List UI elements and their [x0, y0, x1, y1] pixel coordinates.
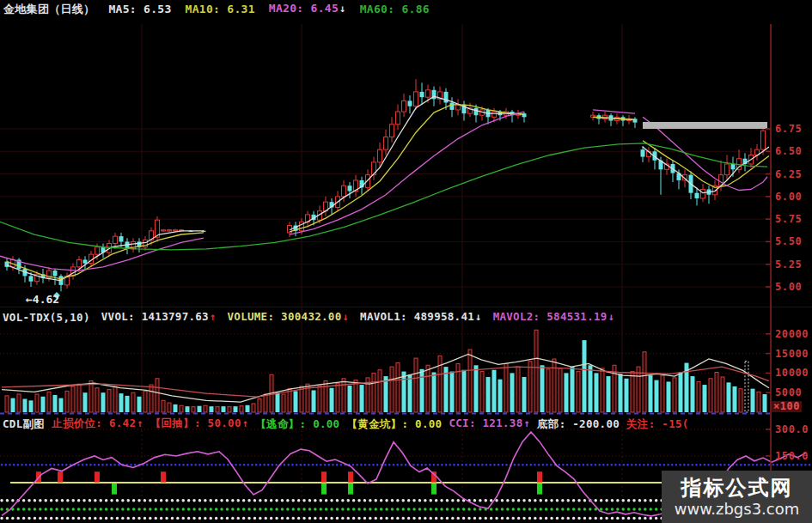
trading-app-window: 金地集团（日线） MA5: 6.53MA10: 6.31MA20: 6.45↓M…	[0, 0, 812, 523]
price-axis-label: 5.00	[775, 282, 802, 292]
trend-arrow-icon: ↑	[242, 417, 249, 430]
trend-arrow-icon: ↓	[343, 311, 350, 324]
volume-axis-label: 15000	[775, 349, 809, 359]
vol-legend-item-1: VVOL: 1413797.63↑	[101, 310, 217, 324]
main-chart-area[interactable]	[0, 24, 771, 306]
trend-arrow-icon: ↓	[608, 311, 615, 324]
cdl-legend-item-2: 【回抽】: 50.00↑	[150, 417, 249, 430]
trend-arrow-icon: ↓	[339, 3, 346, 15]
vol-legend-item-4: MAVOL2: 584531.19↓	[493, 310, 615, 324]
indicator-panel-legend: CDL副图止损价位: 6.42↑【回抽】: 50.00↑【逃命】: 0.00【黄…	[3, 417, 689, 430]
indicator-chart-area[interactable]	[0, 429, 771, 519]
trend-arrow-icon: ↓	[475, 311, 482, 324]
watermark-badge: 指标公式网 www.zbgs3.com	[662, 471, 812, 523]
cdl-legend-item-5: CCI: 121.38↑	[449, 417, 530, 430]
cdl-legend-item-1: 止损价位: 6.42↑	[52, 417, 143, 430]
ma-legend-item-1: MA10: 6.31	[186, 3, 255, 15]
price-axis-label: 6.00	[775, 192, 802, 202]
trend-arrow-icon: ↑	[137, 417, 143, 430]
vol-legend-item-3: MAVOL1: 489958.41↓	[360, 310, 482, 324]
ma-legend-item-3: MA60: 6.86	[360, 3, 430, 15]
indicator-axis-label: 150.0	[775, 451, 809, 461]
ma-legend-item-0: MA5: 6.53	[108, 3, 171, 15]
cdl-legend-item-0: CDL副图	[3, 417, 45, 430]
cdl-legend-item-6: 底部: -200.00	[537, 417, 620, 430]
volume-panel-legend: VOL-TDX(5,10)VVOL: 1413797.63↑VOLUME: 30…	[3, 310, 614, 324]
ma-legend-item-2: MA20: 6.45↓	[269, 2, 346, 15]
trend-arrow-icon: ↑	[524, 417, 531, 430]
cdl-legend-item-3: 【逃命】: 0.00	[255, 417, 339, 430]
price-axis-label: 5.25	[775, 259, 802, 270]
watermark-site-name: 指标公式网	[681, 476, 793, 500]
volume-axis-label: 20000	[775, 329, 809, 339]
vol-legend-item-0: VOL-TDX(5,10)	[3, 311, 90, 324]
volume-axis-label: 5000	[775, 387, 802, 398]
price-axis-label: 5.50	[775, 236, 802, 246]
trend-arrow-icon: ↑	[210, 311, 217, 324]
volume-chart-area[interactable]	[0, 326, 771, 413]
stock-title: 金地集团（日线）	[3, 3, 95, 15]
price-axis-label: 5.75	[775, 214, 802, 224]
cdl-legend-item-4: 【黄金坑】: 0.00	[346, 417, 442, 430]
price-axis-label: 6.75	[775, 124, 802, 134]
vol-legend-item-2: VOLUME: 300432.00↓	[227, 310, 349, 324]
cdl-legend-item-7: 关注: -15(	[626, 417, 689, 430]
price-axis-label: 6.25	[775, 169, 802, 179]
indicator-axis-label: 300.0	[775, 424, 809, 435]
volume-axis-label: 10000	[775, 368, 809, 378]
main-chart-legend: 金地集团（日线） MA5: 6.53MA10: 6.31MA20: 6.45↓M…	[3, 2, 430, 15]
watermark-site-url: www.zbgs3.com	[675, 500, 800, 519]
volume-unit-label: ×100	[772, 401, 802, 412]
price-axis-label: 6.50	[775, 146, 802, 156]
